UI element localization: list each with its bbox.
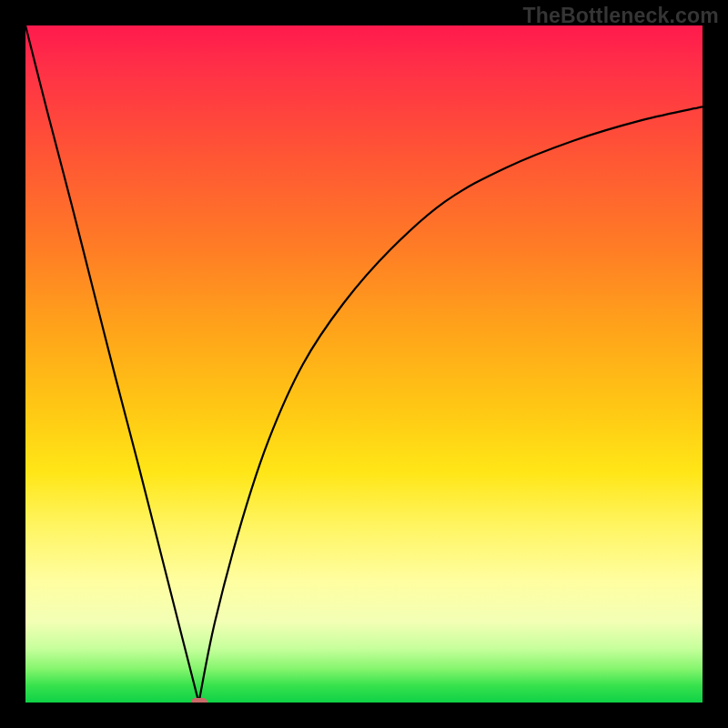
chart-frame: TheBottleneck.com — [0, 0, 728, 728]
curve-path — [25, 25, 703, 703]
curve-svg — [25, 25, 703, 703]
bottleneck-marker — [191, 698, 207, 703]
plot-area — [25, 25, 703, 703]
watermark-text: TheBottleneck.com — [522, 4, 719, 28]
